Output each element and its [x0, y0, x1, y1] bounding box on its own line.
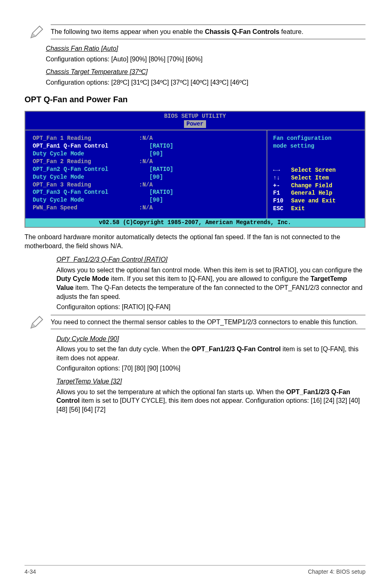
- duty-cycle-block: Duty Cycle Mode [90] Allows you to set t…: [56, 334, 365, 373]
- opt-qfan-block: OPT_Fan1/2/3 Q-Fan Control [RATIO] Allow…: [56, 255, 365, 312]
- bios-row: Duty Cycle Mode [90]: [33, 173, 259, 181]
- bios-row-label: Duty Cycle Mode: [33, 173, 139, 181]
- chassis-target-temp-title: Chassis Target Temperature [37ºC]: [46, 67, 365, 76]
- bios-row-value: [RATIO]: [139, 189, 173, 196]
- bios-row-label: OPT_Fan 3 Reading: [33, 181, 139, 189]
- note1-text-a: The following two items appear when you …: [51, 28, 205, 35]
- opt-qfan-p1c: item. If you set this item to [Q-FAN], y…: [109, 275, 311, 282]
- bios-row: OPT_Fan3 Q-Fan Control [RATIO]: [33, 189, 259, 196]
- bios-row[interactable]: OPT_Fan1 Q-Fan Control [RATIO]: [33, 142, 259, 150]
- bios-help-key: ESC: [273, 205, 291, 213]
- bios-row-label: Duty Cycle Mode: [33, 196, 139, 204]
- bios-row-label: OPT_Fan2 Q-Fan Control: [33, 166, 139, 173]
- bios-tab-power[interactable]: Power: [184, 120, 206, 128]
- chassis-fan-ratio-title: Chassis Fan Ratio [Auto]: [46, 44, 365, 53]
- bios-row-value: [90]: [139, 150, 163, 158]
- bios-panel: BIOS SETUP UTILITY Power OPT_Fan 1 Readi…: [25, 111, 365, 228]
- bios-help-key: F1: [273, 189, 291, 197]
- opt-qfan-p2: Configuraiton options: [RATIO] [Q-FAN]: [56, 303, 365, 312]
- bios-help-line: ←→Select Screen: [273, 166, 359, 174]
- bios-row: Duty Cycle Mode [90]: [33, 150, 259, 158]
- note2-text: You need to connect the thermal sensor c…: [51, 315, 365, 330]
- bios-row-colon: :: [139, 181, 142, 189]
- bios-help-desc: Save and Exit: [291, 197, 336, 205]
- chapter-label: Chapter 4: BIOS setup: [308, 568, 365, 576]
- pencil-icon: [29, 315, 44, 330]
- bios-help-line: ESCExit: [273, 205, 359, 213]
- duty-p2: Configuraiton options: [70] [80] [90] [1…: [56, 364, 365, 373]
- note-box-1: The following two items appear when you …: [29, 25, 365, 40]
- bios-row-colon: :: [139, 158, 142, 166]
- bios-row-value: N/A: [142, 158, 152, 166]
- chassis-fan-ratio-block: Chassis Fan Ratio [Auto] Configuration o…: [46, 44, 365, 63]
- bios-row: OPT_Fan 1 Reading:N/A: [33, 135, 259, 142]
- bios-row-value: [90]: [139, 173, 163, 181]
- bios-help-desc: Exit: [291, 205, 305, 213]
- bios-help-line: ↑↓Select Item: [273, 174, 359, 182]
- bios-body: OPT_Fan 1 Reading:N/AOPT_Fan1 Q-Fan Cont…: [25, 130, 365, 218]
- note1-text-b: feature.: [279, 28, 303, 35]
- bios-row-value: [90]: [139, 196, 163, 204]
- bios-help-line: +-Change Field: [273, 182, 359, 190]
- bios-row-label: OPT_Fan 2 Reading: [33, 158, 139, 166]
- bios-row-value: [RATIO]: [139, 166, 173, 173]
- bios-help-desc: Select Screen: [291, 166, 336, 174]
- target-title: TargetTemp Value [32]: [56, 377, 365, 386]
- bios-row-label: OPT_Fan1 Q-Fan Control: [33, 142, 139, 150]
- chassis-target-temp-block: Chassis Target Temperature [37ºC] Config…: [46, 67, 365, 87]
- after-bios-paragraph: The onboard hardware monitor automatical…: [25, 233, 365, 250]
- note-box-2: You need to connect the thermal sensor c…: [29, 315, 365, 330]
- opt-qfan-p1a: Allows you to select the optional fan co…: [56, 267, 363, 274]
- bios-help-key: F10: [273, 197, 291, 205]
- note1-bold: Chassis Q-Fan Controls: [205, 28, 279, 35]
- opt-qfan-p1b: Duty Cycle Mode: [56, 275, 109, 282]
- duty-p1b: OPT_Fan1/2/3 Q-Fan Control: [192, 346, 281, 352]
- bios-row-value: N/A: [142, 204, 152, 212]
- bios-title: BIOS SETUP UTILITY: [25, 112, 365, 120]
- note-text: The following two items appear when you …: [51, 25, 365, 39]
- bios-row-value: [RATIO]: [139, 142, 173, 150]
- bios-row-colon: :: [139, 135, 142, 142]
- bios-row: OPT_Fan2 Q-Fan Control [RATIO]: [33, 166, 259, 173]
- chassis-target-temp-body: Configuration options: [28ºC] [31ºC] [34…: [46, 78, 365, 87]
- bios-help-key: +-: [273, 182, 291, 190]
- target-p1: Allows you to set the temperature at whi…: [56, 388, 365, 414]
- bios-left-pane: OPT_Fan 1 Reading:N/AOPT_Fan1 Q-Fan Cont…: [25, 130, 267, 218]
- bios-help-desc: General Help: [291, 189, 332, 197]
- bios-footer: v02.58 (C)Copyright 1985-2007, American …: [25, 218, 365, 227]
- bios-row-label: OPT_Fan3 Q-Fan Control: [33, 189, 139, 196]
- duty-title: Duty Cycle Mode [90]: [56, 334, 365, 343]
- opt-qfan-p1e: item. The Q-Fan detects the temperature …: [56, 284, 363, 300]
- opt-qfan-p1: Allows you to select the optional fan co…: [56, 266, 365, 301]
- target-p1a: Allows you to set the temperature at whi…: [56, 388, 286, 395]
- chassis-fan-ratio-body: Configuration options: [Auto] [90%] [80%…: [46, 55, 365, 64]
- bios-row-label: PWN_Fan Speed: [33, 204, 139, 212]
- target-p1c: item is set to [DUTY CYCLE], this item d…: [56, 397, 360, 413]
- bios-help-line: F1General Help: [273, 189, 359, 197]
- bios-row-value: N/A: [142, 181, 152, 189]
- bios-help-title: Fan configuration mode setting: [273, 135, 359, 150]
- duty-p1a: Allows you to set the fan duty cycle. Wh…: [56, 346, 192, 352]
- bios-help-key: ←→: [273, 166, 291, 174]
- page-footer: 4-34 Chapter 4: BIOS setup: [25, 565, 365, 576]
- bios-help-line: F10Save and Exit: [273, 197, 359, 205]
- bios-help-desc: Change Field: [291, 182, 332, 190]
- bios-tab-row: Power: [25, 120, 365, 130]
- duty-p1: Allows you to set the fan duty cycle. Wh…: [56, 345, 365, 362]
- bios-help-title-a: Fan configuration: [273, 135, 359, 142]
- bios-row: OPT_Fan 2 Reading:N/A: [33, 158, 259, 166]
- bios-row-value: N/A: [142, 135, 152, 142]
- bios-row-label: Duty Cycle Mode: [33, 150, 139, 158]
- bios-help-keys: ←→Select Screen↑↓Select Item+-Change Fie…: [273, 166, 359, 213]
- bios-row: Duty Cycle Mode [90]: [33, 196, 259, 204]
- bios-row: OPT_Fan 3 Reading:N/A: [33, 181, 259, 189]
- bios-help-desc: Select Item: [291, 174, 329, 182]
- bios-help-title-b: mode setting: [273, 142, 359, 150]
- page-number: 4-34: [25, 568, 36, 576]
- bios-row-label: OPT_Fan 1 Reading: [33, 135, 139, 142]
- target-temp-block: TargetTemp Value [32] Allows you to set …: [56, 377, 365, 414]
- bios-help-pane: Fan configuration mode setting ←→Select …: [267, 130, 365, 218]
- opt-qfan-title: OPT_Fan1/2/3 Q-Fan Control [RATIO]: [56, 255, 365, 264]
- bios-row: PWN_Fan Speed:N/A: [33, 204, 259, 212]
- pencil-icon: [29, 25, 44, 40]
